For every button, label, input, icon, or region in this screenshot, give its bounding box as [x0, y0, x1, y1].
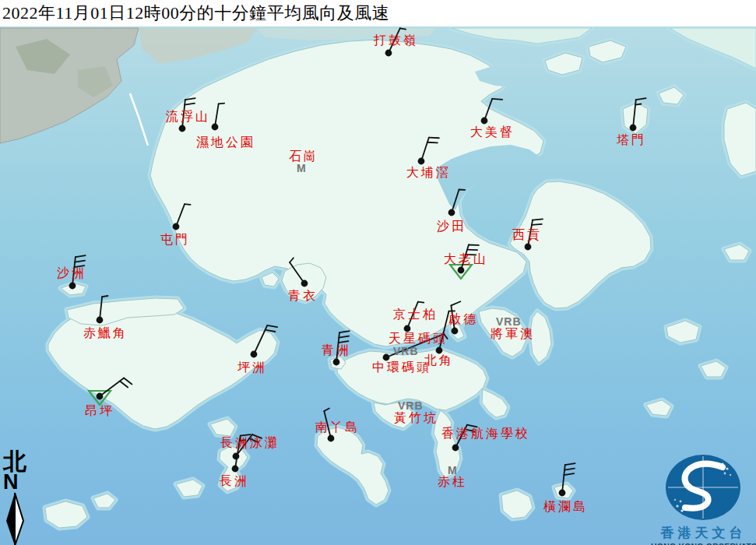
title-bar: 2022年11月01日12時00分的十分鐘平均風向及風速 — [0, 0, 756, 26]
hko-logo-name-en: HONG KONG OBSERVATORY — [651, 542, 756, 545]
hko-logo-name-cn: 香港天文台 — [651, 524, 756, 542]
hong-kong-map — [0, 0, 756, 545]
compass-north-letter: N — [3, 473, 33, 491]
compass-needle-icon — [2, 491, 30, 545]
weather-map-page: 打鼓嶺流浮山濕地公園石崗M大美督塔門大埔滘沙田屯門西貢沙洲大老山青衣赤鱲角京士柏… — [0, 0, 756, 545]
hko-logo: 香港天文台 HONG KONG OBSERVATORY — [651, 452, 756, 545]
hko-logo-icon — [651, 452, 756, 520]
map-title: 2022年11月01日12時00分的十分鐘平均風向及風速 — [2, 2, 389, 25]
compass: 北 N — [2, 450, 33, 545]
